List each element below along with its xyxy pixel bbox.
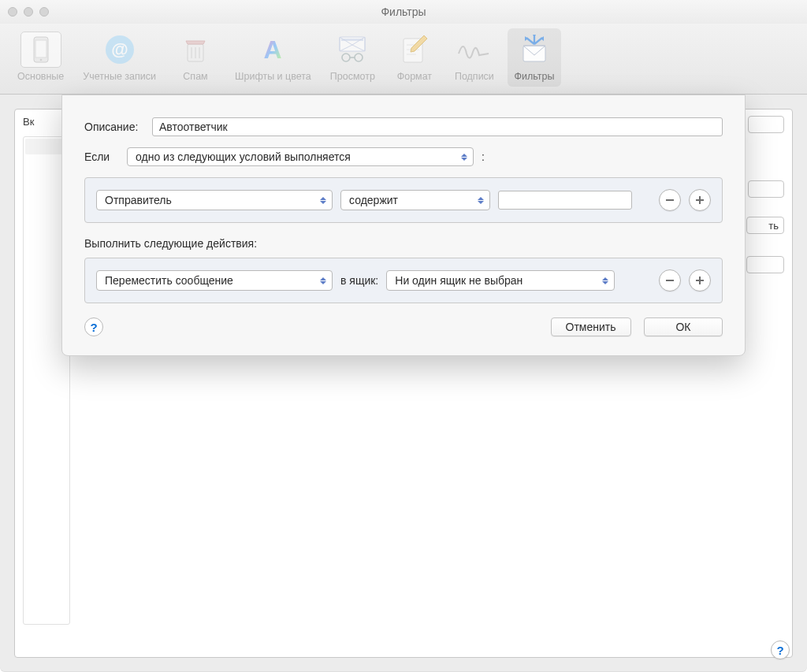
at-icon: @ — [104, 34, 136, 65]
svg-point-2 — [39, 59, 42, 61]
description-input[interactable] — [152, 117, 723, 136]
sheet-help-button[interactable]: ? — [84, 317, 103, 336]
svg-text:@: @ — [111, 39, 128, 59]
help-button[interactable]: ? — [771, 640, 790, 659]
svg-rect-1 — [35, 40, 46, 58]
rule-edit-sheet: Описание: Если одно из следующих условий… — [61, 95, 746, 356]
tab-label: Шрифты и цвета — [235, 71, 311, 82]
titlebar[interactable]: Фильтры — [0, 0, 807, 24]
add-rule-button[interactable] — [748, 116, 784, 133]
tab-general[interactable]: Основные — [11, 28, 70, 87]
action-row: Переместить сообщение в ящик: Ни один ящ… — [84, 258, 723, 303]
svg-point-14 — [342, 54, 350, 61]
svg-text:A: A — [264, 35, 282, 64]
delete-rule-button[interactable] — [746, 256, 784, 273]
tab-rules[interactable]: Фильтры — [508, 28, 561, 87]
actions-label: Выполнить следующие действия: — [84, 237, 723, 250]
condition-value-input[interactable] — [498, 191, 632, 210]
chevron-updown-icon — [601, 274, 609, 287]
signature-icon — [457, 39, 492, 60]
if-label: Если — [84, 150, 119, 163]
tab-label: Фильтры — [514, 71, 554, 82]
trash-icon — [181, 35, 210, 65]
help-icon: ? — [90, 321, 97, 334]
tab-label: Подписи — [455, 71, 494, 82]
condition-scope-dropdown[interactable]: одно из следующих условий выполняется — [127, 147, 474, 166]
condition-field-dropdown[interactable]: Отправитель — [96, 190, 333, 210]
tab-accounts[interactable]: @ Учетные записи — [76, 28, 162, 87]
action-target-dropdown[interactable]: Ни один ящик не выбран — [386, 270, 615, 291]
action-type-dropdown[interactable]: Переместить сообщение — [96, 270, 333, 291]
cancel-button[interactable]: Отменить — [551, 317, 631, 336]
duplicate-rule-button[interactable]: ть — [746, 217, 784, 234]
chevron-updown-icon — [477, 194, 485, 206]
chevron-updown-icon — [319, 194, 327, 206]
tab-label: Учетные записи — [83, 71, 156, 82]
tab-viewing[interactable]: Просмотр — [324, 28, 381, 87]
tab-junk[interactable]: Спам — [169, 28, 222, 87]
dropdown-value: Переместить сообщение — [105, 274, 233, 287]
ok-button[interactable]: ОК — [644, 317, 723, 336]
tab-label: Основные — [17, 71, 64, 82]
add-action-button[interactable] — [689, 269, 711, 291]
add-condition-button[interactable] — [689, 189, 711, 211]
chevron-updown-icon — [319, 274, 327, 287]
svg-marker-24 — [541, 36, 544, 41]
tab-label: Формат — [397, 71, 432, 82]
colon: : — [482, 150, 485, 163]
chevron-updown-icon — [460, 150, 468, 163]
condition-row: Отправитель содержит — [84, 177, 723, 223]
dropdown-value: Ни один ящик не выбран — [395, 274, 523, 287]
window-title: Фильтры — [0, 6, 807, 18]
tab-label: Спам — [183, 71, 207, 82]
column-header: Вк — [23, 116, 34, 128]
dropdown-value: содержит — [349, 194, 398, 206]
glasses-icon — [335, 35, 370, 64]
to-mailbox-label: в ящик: — [340, 274, 378, 287]
condition-operator-dropdown[interactable]: содержит — [340, 190, 490, 210]
tab-signatures[interactable]: Подписи — [448, 28, 501, 87]
remove-action-button[interactable] — [659, 269, 681, 291]
edit-rule-button[interactable] — [748, 180, 784, 198]
svg-marker-22 — [525, 36, 528, 41]
svg-point-15 — [355, 54, 363, 61]
rules-icon — [517, 35, 552, 65]
tab-label: Просмотр — [330, 71, 375, 82]
remove-condition-button[interactable] — [659, 189, 681, 211]
dropdown-value: одно из следующих условий выполняется — [136, 150, 351, 163]
tab-composing[interactable]: Формат — [388, 28, 441, 87]
preferences-window: Фильтры Основные @ Учетные записи Спам A — [0, 0, 807, 672]
phone-icon — [33, 36, 49, 63]
fonts-icon: A — [258, 35, 288, 65]
toolbar: Основные @ Учетные записи Спам A Шрифты … — [0, 24, 807, 95]
svg-marker-23 — [533, 35, 536, 38]
compose-icon — [400, 34, 429, 65]
tab-fonts[interactable]: A Шрифты и цвета — [229, 28, 318, 87]
description-label: Описание: — [84, 121, 144, 133]
dropdown-value: Отправитель — [105, 194, 172, 206]
help-icon: ? — [776, 644, 783, 657]
